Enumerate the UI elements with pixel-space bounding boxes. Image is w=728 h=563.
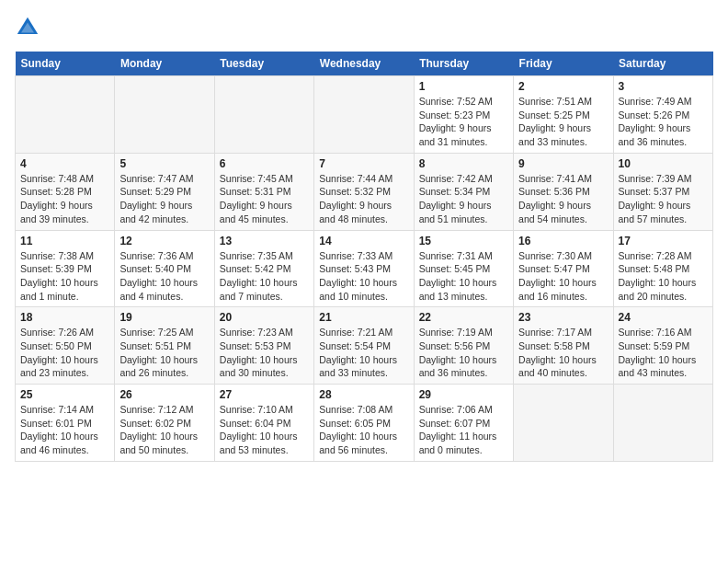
day-number: 5 <box>119 157 209 170</box>
day-info: Sunrise: 7:28 AM Sunset: 5:48 PM Dayligh… <box>619 249 708 304</box>
day-number: 7 <box>319 157 408 170</box>
day-number: 28 <box>319 388 408 401</box>
col-header-saturday: Saturday <box>613 52 712 76</box>
day-info: Sunrise: 7:08 AM Sunset: 6:05 PM Dayligh… <box>319 403 408 457</box>
calendar-cell: 8Sunrise: 7:42 AM Sunset: 5:34 PM Daylig… <box>414 153 513 230</box>
day-number: 20 <box>220 311 309 324</box>
calendar-cell: 15Sunrise: 7:31 AM Sunset: 5:45 PM Dayli… <box>414 230 513 307</box>
day-number: 2 <box>518 80 608 93</box>
calendar-cell: 5Sunrise: 7:47 AM Sunset: 5:29 PM Daylig… <box>115 153 214 230</box>
day-info: Sunrise: 7:38 AM Sunset: 5:39 PM Dayligh… <box>20 249 109 304</box>
day-number: 9 <box>518 157 608 170</box>
calendar-week-row: 1Sunrise: 7:52 AM Sunset: 5:23 PM Daylig… <box>16 76 713 154</box>
day-info: Sunrise: 7:26 AM Sunset: 5:50 PM Dayligh… <box>20 326 109 380</box>
calendar-cell: 14Sunrise: 7:33 AM Sunset: 5:43 PM Dayli… <box>314 230 414 307</box>
calendar-cell: 7Sunrise: 7:44 AM Sunset: 5:32 PM Daylig… <box>314 153 414 230</box>
calendar-cell <box>314 76 414 154</box>
day-number: 4 <box>20 157 109 170</box>
calendar-cell: 12Sunrise: 7:36 AM Sunset: 5:40 PM Dayli… <box>115 230 214 307</box>
day-number: 13 <box>220 235 309 247</box>
day-number: 18 <box>20 311 109 324</box>
calendar-cell <box>514 385 613 462</box>
calendar-week-row: 4Sunrise: 7:48 AM Sunset: 5:28 PM Daylig… <box>16 153 713 230</box>
col-header-friday: Friday <box>514 52 613 76</box>
day-number: 29 <box>419 388 508 401</box>
day-info: Sunrise: 7:44 AM Sunset: 5:32 PM Dayligh… <box>319 172 408 226</box>
calendar-cell: 11Sunrise: 7:38 AM Sunset: 5:39 PM Dayli… <box>16 230 115 307</box>
calendar-cell: 28Sunrise: 7:08 AM Sunset: 6:05 PM Dayli… <box>314 385 414 462</box>
day-number: 16 <box>518 235 608 247</box>
calendar-header-row: SundayMondayTuesdayWednesdayThursdayFrid… <box>16 52 713 76</box>
day-info: Sunrise: 7:45 AM Sunset: 5:31 PM Dayligh… <box>220 172 309 226</box>
calendar-cell: 22Sunrise: 7:19 AM Sunset: 5:56 PM Dayli… <box>414 307 513 385</box>
day-number: 24 <box>619 311 708 324</box>
day-info: Sunrise: 7:31 AM Sunset: 5:45 PM Dayligh… <box>419 249 508 304</box>
day-number: 25 <box>20 388 109 401</box>
calendar-cell: 23Sunrise: 7:17 AM Sunset: 5:58 PM Dayli… <box>514 307 613 385</box>
calendar-cell: 17Sunrise: 7:28 AM Sunset: 5:48 PM Dayli… <box>613 230 712 307</box>
day-info: Sunrise: 7:52 AM Sunset: 5:23 PM Dayligh… <box>419 95 508 149</box>
day-info: Sunrise: 7:49 AM Sunset: 5:26 PM Dayligh… <box>619 95 708 149</box>
day-info: Sunrise: 7:23 AM Sunset: 5:53 PM Dayligh… <box>220 326 309 380</box>
day-info: Sunrise: 7:47 AM Sunset: 5:29 PM Dayligh… <box>119 172 209 226</box>
calendar-cell: 18Sunrise: 7:26 AM Sunset: 5:50 PM Dayli… <box>16 307 115 385</box>
calendar-cell: 3Sunrise: 7:49 AM Sunset: 5:26 PM Daylig… <box>613 76 712 154</box>
day-info: Sunrise: 7:36 AM Sunset: 5:40 PM Dayligh… <box>119 249 209 304</box>
col-header-sunday: Sunday <box>16 52 115 76</box>
calendar-cell: 9Sunrise: 7:41 AM Sunset: 5:36 PM Daylig… <box>514 153 613 230</box>
day-info: Sunrise: 7:19 AM Sunset: 5:56 PM Dayligh… <box>419 326 508 380</box>
calendar-cell: 4Sunrise: 7:48 AM Sunset: 5:28 PM Daylig… <box>16 153 115 230</box>
day-number: 1 <box>419 80 508 93</box>
day-info: Sunrise: 7:12 AM Sunset: 6:02 PM Dayligh… <box>119 403 209 457</box>
calendar-cell <box>214 76 313 154</box>
calendar-cell: 6Sunrise: 7:45 AM Sunset: 5:31 PM Daylig… <box>214 153 313 230</box>
day-info: Sunrise: 7:41 AM Sunset: 5:36 PM Dayligh… <box>518 172 608 226</box>
day-number: 23 <box>518 311 608 324</box>
col-header-wednesday: Wednesday <box>314 52 414 76</box>
day-number: 11 <box>20 235 109 247</box>
day-number: 26 <box>119 388 209 401</box>
calendar-cell: 25Sunrise: 7:14 AM Sunset: 6:01 PM Dayli… <box>16 385 115 462</box>
day-info: Sunrise: 7:35 AM Sunset: 5:42 PM Dayligh… <box>220 249 309 304</box>
calendar-table: SundayMondayTuesdayWednesdayThursdayFrid… <box>15 52 713 462</box>
calendar-cell: 27Sunrise: 7:10 AM Sunset: 6:04 PM Dayli… <box>214 385 313 462</box>
calendar-cell: 1Sunrise: 7:52 AM Sunset: 5:23 PM Daylig… <box>414 76 513 154</box>
day-info: Sunrise: 7:06 AM Sunset: 6:07 PM Dayligh… <box>419 403 508 457</box>
day-number: 19 <box>119 311 209 324</box>
calendar-cell: 26Sunrise: 7:12 AM Sunset: 6:02 PM Dayli… <box>115 385 214 462</box>
day-info: Sunrise: 7:42 AM Sunset: 5:34 PM Dayligh… <box>419 172 508 226</box>
calendar-cell: 29Sunrise: 7:06 AM Sunset: 6:07 PM Dayli… <box>414 385 513 462</box>
day-number: 12 <box>119 235 209 247</box>
calendar-cell: 24Sunrise: 7:16 AM Sunset: 5:59 PM Dayli… <box>613 307 712 385</box>
day-info: Sunrise: 7:33 AM Sunset: 5:43 PM Dayligh… <box>319 249 408 304</box>
day-number: 6 <box>220 157 309 170</box>
calendar-cell <box>115 76 214 154</box>
col-header-thursday: Thursday <box>414 52 513 76</box>
calendar-cell <box>16 76 115 154</box>
calendar-cell: 20Sunrise: 7:23 AM Sunset: 5:53 PM Dayli… <box>214 307 313 385</box>
calendar-cell: 19Sunrise: 7:25 AM Sunset: 5:51 PM Dayli… <box>115 307 214 385</box>
day-info: Sunrise: 7:48 AM Sunset: 5:28 PM Dayligh… <box>20 172 109 226</box>
day-info: Sunrise: 7:17 AM Sunset: 5:58 PM Dayligh… <box>518 326 608 380</box>
calendar-cell: 13Sunrise: 7:35 AM Sunset: 5:42 PM Dayli… <box>214 230 313 307</box>
calendar-cell: 21Sunrise: 7:21 AM Sunset: 5:54 PM Dayli… <box>314 307 414 385</box>
day-number: 3 <box>619 80 708 93</box>
day-number: 10 <box>619 157 708 170</box>
day-number: 27 <box>220 388 309 401</box>
calendar-week-row: 25Sunrise: 7:14 AM Sunset: 6:01 PM Dayli… <box>16 385 713 462</box>
calendar-cell: 10Sunrise: 7:39 AM Sunset: 5:37 PM Dayli… <box>613 153 712 230</box>
logo-icon <box>15 15 40 40</box>
day-number: 17 <box>619 235 708 247</box>
day-number: 22 <box>419 311 508 324</box>
day-info: Sunrise: 7:25 AM Sunset: 5:51 PM Dayligh… <box>119 326 209 380</box>
day-info: Sunrise: 7:14 AM Sunset: 6:01 PM Dayligh… <box>20 403 109 457</box>
col-header-monday: Monday <box>115 52 214 76</box>
header <box>15 15 713 40</box>
day-info: Sunrise: 7:39 AM Sunset: 5:37 PM Dayligh… <box>619 172 708 226</box>
day-info: Sunrise: 7:21 AM Sunset: 5:54 PM Dayligh… <box>319 326 408 380</box>
calendar-week-row: 11Sunrise: 7:38 AM Sunset: 5:39 PM Dayli… <box>16 230 713 307</box>
day-info: Sunrise: 7:30 AM Sunset: 5:47 PM Dayligh… <box>518 249 608 304</box>
calendar-cell: 2Sunrise: 7:51 AM Sunset: 5:25 PM Daylig… <box>514 76 613 154</box>
day-info: Sunrise: 7:16 AM Sunset: 5:59 PM Dayligh… <box>619 326 708 380</box>
day-info: Sunrise: 7:10 AM Sunset: 6:04 PM Dayligh… <box>220 403 309 457</box>
